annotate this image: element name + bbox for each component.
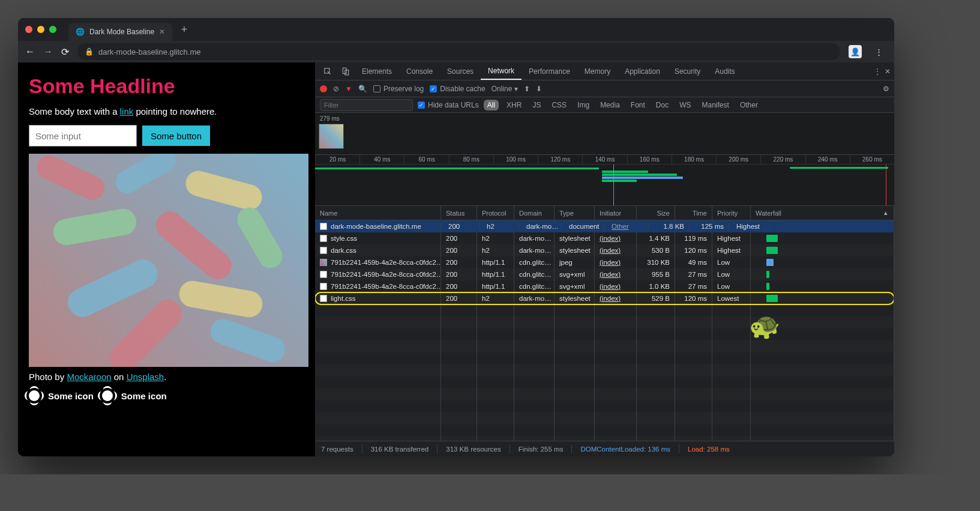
row-initiator[interactable]: (index) [595, 232, 637, 244]
address-bar: ← → ⟳ 🔒 dark-mode-baseline.glitch.me 👤 ⋮ [18, 41, 894, 62]
caption-author-link[interactable]: Mockaroon [67, 372, 111, 382]
throttle-select[interactable]: Online ▾ [492, 85, 519, 93]
hero-image [29, 154, 308, 367]
filter-type-css[interactable]: CSS [549, 100, 570, 110]
row-initiator[interactable]: (index) [595, 256, 637, 268]
preserve-log-checkbox[interactable]: Preserve log [373, 85, 424, 93]
body-text-post: pointing to nowhere. [133, 106, 217, 116]
devtools-tab-network[interactable]: Network [481, 62, 522, 80]
col-status[interactable]: Status [441, 206, 477, 220]
col-domain[interactable]: Domain [514, 206, 555, 220]
minimize-window-button[interactable] [37, 26, 44, 33]
filter-toggle-icon[interactable]: ▼ [345, 85, 352, 93]
some-input[interactable] [29, 125, 137, 147]
file-icon [320, 271, 327, 278]
row-name: 791b2241-459b-4a2e-8cca-c0fdc2… [331, 259, 441, 266]
row-name: dark.css [331, 247, 356, 254]
filter-type-media[interactable]: Media [597, 100, 623, 110]
filter-input[interactable] [320, 99, 413, 111]
extension-icon[interactable]: 👤 [849, 45, 862, 58]
col-initiator[interactable]: Initiator [595, 206, 637, 220]
filter-type-js[interactable]: JS [529, 100, 544, 110]
table-row[interactable]: light.css200h2dark-mo…stylesheet(index)5… [315, 292, 894, 304]
devtools-more-icon[interactable]: ⋮ [874, 67, 881, 76]
devtools-tab-audits[interactable]: Audits [708, 62, 742, 80]
search-icon[interactable]: 🔍 [358, 85, 367, 93]
table-row[interactable]: 791b2241-459b-4a2e-8cca-c0fdc2…200http/1… [315, 256, 894, 268]
filter-type-ws[interactable]: WS [676, 100, 694, 110]
row-type: stylesheet [555, 244, 595, 256]
col-size[interactable]: Size [637, 206, 675, 220]
reload-button[interactable]: ⟳ [61, 46, 69, 58]
some-button[interactable]: Some button [142, 125, 211, 147]
row-name: 791b2241-459b-4a2e-8cca-c0fdc2… [331, 271, 441, 278]
devtools-tab-console[interactable]: Console [399, 62, 440, 80]
back-button[interactable]: ← [25, 46, 35, 57]
filter-type-xhr[interactable]: XHR [504, 100, 525, 110]
devtools-tab-application[interactable]: Application [618, 62, 667, 80]
sun-icon [102, 390, 113, 401]
caption-site-link[interactable]: Unsplash [127, 372, 164, 382]
timeline-tick: 180 ms [672, 155, 716, 164]
filter-type-manifest[interactable]: Manifest [699, 100, 732, 110]
devtools-close-icon[interactable]: ✕ [885, 67, 891, 76]
devtools-tab-memory[interactable]: Memory [577, 62, 618, 80]
col-protocol[interactable]: Protocol [477, 206, 514, 220]
table-row[interactable]: dark.css200h2dark-mo…stylesheet(index)53… [315, 244, 894, 256]
row-domain: dark-mo… [522, 223, 562, 230]
file-icon [320, 223, 327, 230]
close-window-button[interactable] [25, 26, 32, 33]
table-row[interactable]: 791b2241-459b-4a2e-8cca-c0fdc2…200http/1… [315, 280, 894, 292]
new-tab-button[interactable]: + [177, 22, 191, 37]
upload-icon[interactable]: ⬆ [524, 85, 530, 93]
filter-type-img[interactable]: Img [574, 100, 592, 110]
devtools-tab-performance[interactable]: Performance [522, 62, 577, 80]
timeline-tick: 100 ms [493, 155, 538, 164]
row-size: 310 KB [637, 256, 675, 268]
file-icon [320, 283, 327, 290]
hide-data-urls-checkbox[interactable]: ✓Hide data URLs [418, 101, 479, 109]
devtools-tab-security[interactable]: Security [667, 62, 708, 80]
col-priority[interactable]: Priority [712, 206, 751, 220]
devtools-tab-elements[interactable]: Elements [355, 62, 399, 80]
row-status: 200 [441, 268, 477, 280]
maximize-window-button[interactable] [49, 26, 56, 33]
table-row[interactable]: style.css200h2dark-mo…stylesheet(index)1… [315, 232, 894, 244]
col-time[interactable]: Time [675, 206, 712, 220]
body-text-pre: Some body text with a [29, 106, 120, 116]
col-waterfall[interactable]: Waterfall [751, 206, 894, 220]
row-initiator[interactable]: (index) [595, 292, 637, 304]
clear-button[interactable]: ⊘ [333, 85, 339, 93]
devtools-tab-sources[interactable]: Sources [440, 62, 481, 80]
row-priority: Highest [712, 232, 751, 244]
table-row[interactable]: 791b2241-459b-4a2e-8cca-c0fdc2…200http/1… [315, 268, 894, 280]
filter-type-other[interactable]: Other [737, 100, 761, 110]
inspect-icon[interactable] [319, 62, 337, 80]
timeline-pane[interactable]: 20 ms40 ms60 ms80 ms100 ms120 ms140 ms16… [315, 155, 894, 206]
filter-type-font[interactable]: Font [628, 100, 648, 110]
device-toggle-icon[interactable] [337, 62, 355, 80]
table-row[interactable]: dark-mode-baseline.glitch.me200h2dark-mo… [315, 220, 894, 232]
caption-end: . [164, 372, 166, 382]
download-icon[interactable]: ⬇ [536, 85, 542, 93]
body-link[interactable]: link [120, 106, 134, 116]
row-initiator[interactable]: (index) [595, 244, 637, 256]
row-initiator[interactable]: (index) [595, 268, 637, 280]
col-name[interactable]: Name [315, 206, 441, 220]
overview-pane[interactable]: 279 ms [315, 113, 894, 155]
timeline-tick: 80 ms [449, 155, 493, 164]
browser-tab[interactable]: 🌐 Dark Mode Baseline ✕ [68, 23, 172, 41]
status-bar: 7 requests 316 KB transferred 313 KB res… [315, 441, 894, 456]
disable-cache-checkbox[interactable]: ✓Disable cache [430, 85, 485, 93]
close-tab-icon[interactable]: ✕ [159, 28, 165, 36]
filter-type-all[interactable]: All [484, 100, 499, 110]
url-field[interactable]: 🔒 dark-mode-baseline.glitch.me [77, 43, 840, 60]
menu-button[interactable]: ⋮ [870, 43, 887, 60]
filter-type-doc[interactable]: Doc [653, 100, 672, 110]
col-type[interactable]: Type [555, 206, 595, 220]
forward-button[interactable]: → [43, 46, 53, 57]
record-button[interactable] [320, 85, 327, 92]
row-initiator[interactable]: (index) [595, 280, 637, 292]
row-initiator[interactable]: Other [607, 223, 649, 230]
settings-icon[interactable]: ⚙ [883, 85, 889, 93]
